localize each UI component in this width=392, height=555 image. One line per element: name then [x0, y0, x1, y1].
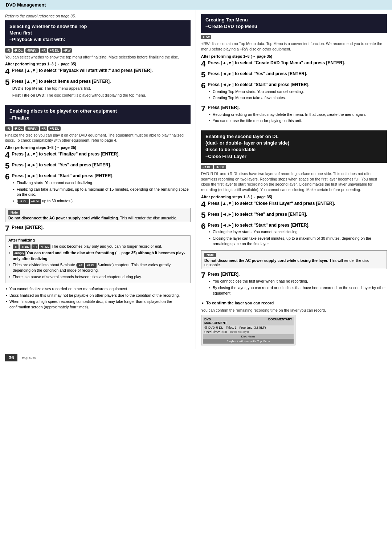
mini-screen: DVDMANAGEMENT DOCUMENTARY @ DVD-R DL Tit… [201, 315, 295, 345]
page: DVD Management Refer to the control refe… [0, 0, 392, 555]
note-badge-s2: Note [8, 210, 20, 215]
right-s2-step6-b2: Closing the layer can take several minut… [213, 236, 387, 246]
right-step4-num: 4 [201, 60, 205, 68]
section2-header: Enabling discs to be played on other equ… [5, 105, 191, 124]
right-step6-text: Press [◄,►] to select "Start" and press … [208, 82, 387, 88]
right-step5-block: 5 Press [◄,►] to select "Yes" and press … [201, 71, 387, 79]
right-s2-step6-text: Press [◄,►] to select "Start" and press … [208, 222, 387, 228]
right-step7-block: 7 Press [ENTER]. Recording or editing on… [201, 105, 387, 125]
right-s1-badges: +RW [201, 35, 387, 39]
badge-r: -R [5, 48, 12, 53]
section1-title-l2: Menu first [9, 30, 32, 36]
right-s1-title-l2: –Create DVD Top Menu [205, 24, 257, 29]
page-number: 36 [5, 354, 17, 361]
left-column: Refer to the control reference on page 3… [0, 10, 196, 349]
step6-bullet1-s2: Finalizing starts. You cannot cancel fin… [17, 180, 191, 186]
badge-r2: -R [5, 126, 12, 131]
right-s2-step5-num: 5 [201, 211, 205, 219]
mini-row2-note: on the first layer [230, 330, 249, 334]
right-s2-step7-block: 7 Press [ENTER]. You cannot close the fi… [201, 271, 387, 297]
badge-rwv2: -RW(V) [25, 126, 39, 131]
right-s1-intro: +RW discs contain no Top Menu data. Top … [201, 41, 387, 52]
right-s2-step4-block: 4 Press [▲,▼] to select "Close First Lay… [201, 200, 387, 208]
right-s2-step5-block: 5 Press [◄,►] to select "Yes" and press … [201, 211, 387, 219]
step6-bullet3-s2: (-R DL +R DL up to 60 minutes.) [17, 198, 191, 204]
right-s2-title-l4: –Close First Layer [205, 154, 246, 159]
badge-plusrdl: +R DL [48, 48, 61, 53]
right-step7-num: 7 [201, 105, 205, 113]
badge-plusrw: +RW [62, 48, 72, 53]
right-s2-step4-num: 4 [201, 200, 205, 208]
mini-screen-bottom: Playback will start with: Top Menu [203, 339, 294, 344]
right-step4-text: Press [▲,▼] to select "Create DVD Top Me… [208, 60, 387, 66]
mini-row1-titles: Titles: 1 [226, 326, 236, 329]
step5-text-s2: Press [◄,►] to select "Yes" and press [E… [12, 162, 191, 168]
bottom-bullet1: You cannot finalize discs recorded on ot… [9, 286, 191, 292]
right-s2-step6-num: 6 [201, 222, 205, 230]
after-bullet3: Titles are divided into about 5-minute (… [13, 262, 187, 273]
step4-text-s1: Press [▲,▼] to select "Playback will sta… [12, 68, 191, 74]
right-s2-step7-text: Press [ENTER]. [208, 271, 387, 278]
mini-top-left: DVDMANAGEMENT [204, 317, 227, 325]
bottom-bullet2: Discs finalized on this unit may not be … [9, 293, 191, 298]
section2-title-l1: Enabling discs to be played on other equ… [9, 108, 117, 114]
step6-bullet2-s2: Finalizing can take a few minutes, up to… [17, 187, 191, 197]
section1-after-steps: After performing steps 1–3 (→ page 35) [5, 62, 191, 66]
badge-rdl-r2: -R DL [201, 165, 213, 169]
badge-plusrw-r: +RW [201, 35, 211, 39]
note-box-r-s2: Note Do not disconnect the AC power supp… [201, 250, 387, 269]
right-s2-title-l3: discs to be recordable [205, 147, 256, 152]
badge-plusr: +R [40, 48, 47, 53]
mini-top-right: DOCUMENTARY [268, 317, 292, 325]
step5-num-s2: 5 [5, 162, 9, 170]
right-step6-b1: Creating Top Menu starts. You cannot can… [213, 89, 387, 94]
mini-screen-top: DVDMANAGEMENT DOCUMENTARY [203, 317, 294, 325]
section1-badges: -R -R DL -RW(V) +R +R DL +RW [5, 48, 191, 53]
header-bar: DVD Management [0, 0, 392, 10]
right-s2-step7-num: 7 [201, 271, 205, 279]
right-step5-num: 5 [201, 71, 205, 79]
right-s2-intro: DVD-R DL and +R DL discs have two layers… [201, 171, 387, 193]
step4-num-s2: 4 [5, 151, 9, 159]
step5-item2: First Title on DVD: The disc content is … [12, 93, 191, 98]
confirm-title: To confirm the layer you can record [206, 300, 387, 306]
step4-num-s1: 4 [5, 68, 9, 76]
step-4-block-s1: 4 Press [▲,▼] to select "Playback will s… [5, 68, 191, 76]
section1-title-l1: Selecting whether to show the Top [9, 24, 87, 29]
right-s2-step4-text: Press [▲,▼] to select "Close First Layer… [208, 200, 387, 207]
note-box-s2: Note Do not disconnect the AC power supp… [5, 208, 191, 222]
right-s2-step7-b1: You cannot close the first layer when it… [213, 279, 387, 284]
after-finalizing-title: After finalizing [8, 238, 187, 242]
right-step7-b1: Recording or editing on the disc may del… [213, 112, 387, 117]
badge-plusrdl2: +R DL [48, 126, 61, 131]
mini-screen-center: Disc Name [203, 334, 294, 339]
badge-rdl2: -R DL [13, 126, 24, 131]
after-bullet2: -RW(V) You can record and edit the disc … [13, 250, 187, 261]
step7-num-s2: 7 [5, 224, 9, 232]
right-s2-step5-text: Press [◄,►] to select "Yes" and press [E… [208, 211, 387, 218]
step5-num-s1: 5 [5, 78, 9, 86]
footer: 36 RQT8950 [0, 352, 392, 363]
confirm-text: You can confirm the remaining recording … [201, 308, 387, 313]
right-s2-after-steps: After performing steps 1–3 (→ page 35) [201, 195, 387, 199]
right-step6-b2: Creating Top Menu can take a few minutes… [213, 95, 387, 101]
step-5-block-s1: 5 Press [▲,▼] to select items and press … [5, 78, 191, 99]
step-7-block-s2: 7 Press [ENTER]. [5, 224, 191, 232]
right-s1-title-l1: Creating Top Menu [205, 17, 248, 23]
section1-header: Selecting whether to show the Top Menu f… [5, 20, 191, 46]
two-col-layout: Refer to the control reference on page 3… [0, 10, 392, 349]
right-section2-header: Enabling the second layer on DL (dual- o… [201, 130, 387, 163]
step4-text-s2: Press [▲,▼] to select "Finalize" and pre… [12, 151, 191, 157]
right-step7-text: Press [ENTER]. [208, 105, 387, 111]
mini-row1-label: @ DVD-R DL [204, 326, 223, 329]
right-step6-block: 6 Press [◄,►] to select "Start" and pres… [201, 82, 387, 102]
bottom-bullet3: When finalizing a high-speed recording c… [9, 299, 191, 309]
right-step5-text: Press [◄,►] to select "Yes" and press [E… [208, 71, 387, 77]
step-5-block-s2: 5 Press [◄,►] to select "Yes" and press … [5, 162, 191, 170]
step6-num-s2: 6 [5, 173, 9, 181]
refer-text: Refer to the control reference on page 3… [5, 14, 191, 18]
step5-item1: DVD's Top Menu: The top menu appears fir… [12, 86, 191, 91]
right-section1-header: Creating Top Menu –Create DVD Top Menu [201, 14, 387, 33]
right-step7-b2: You cannot use the title menu for playin… [213, 118, 387, 123]
right-step4-block: 4 Press [▲,▼] to select "Create DVD Top … [201, 60, 387, 68]
